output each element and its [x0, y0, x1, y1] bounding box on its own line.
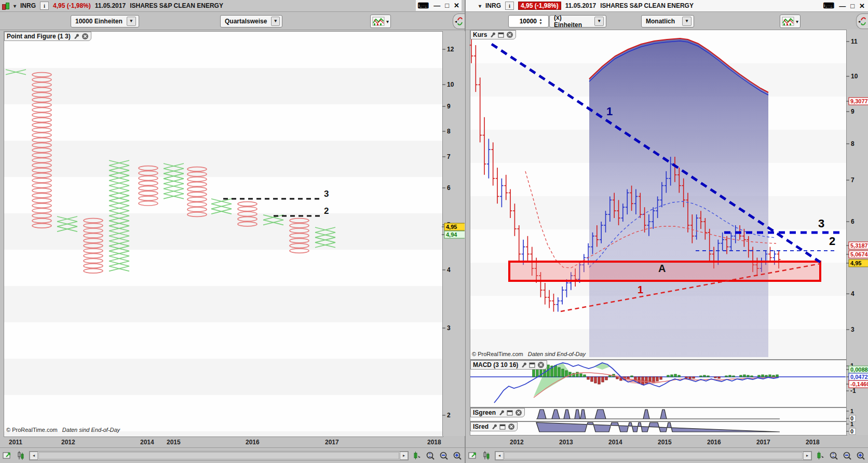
last-candle-icon[interactable]	[815, 451, 825, 461]
copyright-text: © ProRealTime.com	[472, 351, 523, 357]
right-bottom-toolbar: ◂ ▸	[466, 447, 868, 463]
bar-settings-icon[interactable]	[481, 451, 492, 461]
units-count-input[interactable]	[509, 17, 538, 25]
close-icon[interactable]	[508, 423, 515, 430]
wrench-icon[interactable]	[520, 362, 527, 368]
price-change-badge: 4,95 (-1,98%)	[518, 2, 561, 10]
kurs-chart-area[interactable]	[470, 30, 847, 360]
zoom-in-icon[interactable]	[856, 451, 866, 461]
zoom-in-icon[interactable]	[452, 451, 463, 461]
chart-type-icon	[782, 17, 794, 26]
svg-text:2012: 2012	[61, 439, 75, 446]
svg-text:2014: 2014	[140, 439, 154, 446]
close-icon[interactable]	[82, 33, 89, 40]
close-button[interactable]: ✕	[454, 2, 459, 9]
scroll-left-icon[interactable]: ◂	[30, 452, 38, 460]
svg-text:2011: 2011	[9, 439, 22, 446]
close-icon[interactable]	[537, 361, 545, 369]
scroll-right-icon[interactable]: ▸	[400, 452, 408, 460]
units-dropdown-label: 10000 Einheiten	[75, 18, 123, 25]
right-horizontal-scrollbar[interactable]: ◂ ▸	[495, 451, 812, 460]
symbol-dropdown-icon[interactable]: ▾	[479, 3, 481, 9]
symbol-label: INRG	[485, 2, 501, 9]
chevron-down-icon: ▾	[271, 17, 280, 26]
right-toolbar: ▲▼ (x) Einheiten ▾ Monatlich ▾ ▾ ◂	[466, 12, 868, 30]
chart-type-button[interactable]: ▾	[780, 15, 801, 28]
window-icon[interactable]	[507, 410, 513, 416]
wrench-icon[interactable]	[491, 424, 497, 430]
svg-text:2018: 2018	[806, 439, 820, 446]
zoom-out-icon[interactable]	[439, 451, 449, 461]
minimize-button[interactable]: —	[839, 2, 846, 10]
isred-tag: ISred	[470, 422, 518, 431]
pnf-chart-area[interactable]	[4, 31, 443, 437]
zoom-fit-icon[interactable]	[829, 451, 839, 461]
symbol-dropdown-icon[interactable]: ▾	[13, 3, 16, 9]
isgreen-panel[interactable]	[470, 407, 847, 421]
macd-label: MACD (3 10 16)	[473, 361, 518, 369]
window-icon[interactable]	[498, 32, 504, 38]
wrench-icon[interactable]	[498, 410, 505, 416]
left-horizontal-scrollbar[interactable]: ◂ ▸	[29, 451, 409, 460]
scroll-right-icon[interactable]: ▸	[803, 452, 811, 460]
svg-text:2015: 2015	[167, 439, 181, 446]
bar-settings-icon[interactable]	[16, 451, 26, 461]
close-icon[interactable]	[515, 409, 522, 416]
panel-collapse-button[interactable]: ◂	[856, 13, 868, 29]
right-price-axis[interactable]	[846, 30, 868, 435]
scroll-left-icon[interactable]: ◂	[495, 452, 504, 460]
info-icon[interactable]: i	[505, 2, 514, 10]
period-dropdown-label: Quartalsweise	[225, 18, 267, 25]
quote-date: 11.05.2017	[95, 2, 126, 9]
pnf-indicator-tag: Point and Figure (1 3)	[4, 32, 91, 41]
keyboard-icon[interactable]: ⌨	[823, 1, 835, 10]
units-type-label: (x) Einheiten	[554, 14, 590, 29]
pnf-price-axis[interactable]	[442, 31, 465, 436]
scrollbar-thumb[interactable]	[504, 452, 803, 459]
info-icon[interactable]: i	[40, 2, 49, 10]
symbol-label: INRG	[20, 2, 36, 9]
maximize-button[interactable]: □	[445, 2, 449, 9]
chevron-down-icon: ▾	[127, 17, 136, 26]
chart-type-button[interactable]: ▾	[370, 15, 391, 28]
wrench-icon[interactable]	[489, 32, 496, 38]
svg-text:2017: 2017	[756, 439, 770, 446]
data-note-text: Daten sind End-of-Day	[528, 351, 586, 357]
copyright-text: © ProRealTime.com	[6, 427, 58, 433]
isred-panel[interactable]	[470, 421, 847, 435]
panel-collapse-button[interactable]: ◂	[453, 13, 465, 29]
wrench-icon[interactable]	[73, 33, 79, 39]
zoom-fit-icon[interactable]	[425, 451, 436, 461]
window-icon[interactable]	[499, 424, 506, 430]
close-button[interactable]: ✕	[859, 2, 865, 10]
minimize-button[interactable]: —	[433, 2, 440, 9]
screenshot-icon[interactable]	[2, 451, 12, 461]
right-titlebar: ▾ INRG i 4,95 (-1,98%) 11.05.2017 ISHARE…	[466, 0, 868, 12]
spinner-arrows-icon[interactable]: ▲▼	[539, 18, 542, 25]
units-type-dropdown[interactable]: (x) Einheiten ▾	[549, 15, 606, 28]
last-candle-icon[interactable]	[412, 451, 422, 461]
copyright-note: © ProRealTime.com Daten sind End-of-Day	[6, 427, 120, 433]
screenshot-icon[interactable]	[468, 451, 478, 461]
period-dropdown[interactable]: Monatlich ▾	[641, 15, 694, 28]
pnf-indicator-label: Point and Figure (1 3)	[7, 33, 71, 40]
units-dropdown[interactable]: 10000 Einheiten ▾	[71, 15, 139, 28]
scrollbar-thumb[interactable]	[38, 452, 399, 459]
maximize-button[interactable]: □	[850, 2, 855, 10]
left-toolbar: 10000 Einheiten ▾ Quartalsweise ▾ ▾ ◂	[0, 12, 465, 30]
period-dropdown[interactable]: Quartalsweise ▾	[220, 15, 282, 28]
refresh-arrows-icon	[860, 16, 866, 26]
window-icon[interactable]	[529, 362, 535, 368]
macd-tag: MACD (3 10 16)	[470, 360, 547, 370]
price-change: 4,95 (-1,98%)	[53, 2, 91, 9]
close-icon[interactable]	[506, 31, 513, 38]
zoom-out-icon[interactable]	[842, 451, 852, 461]
chevron-down-icon: ▾	[682, 17, 691, 26]
keyboard-icon[interactable]: ⌨	[418, 1, 429, 10]
instrument-name: ISHARES S&P CLEAN ENERGY	[130, 2, 223, 9]
svg-text:2013: 2013	[559, 439, 573, 446]
window-point-and-figure: ▾ INRG i 4,95 (-1,98%) 11.05.2017 ISHARE…	[0, 0, 466, 463]
kurs-tag: Kurs	[470, 30, 516, 39]
chevron-down-icon: ▾	[796, 19, 798, 24]
units-spinner[interactable]: ▲▼	[508, 15, 549, 28]
